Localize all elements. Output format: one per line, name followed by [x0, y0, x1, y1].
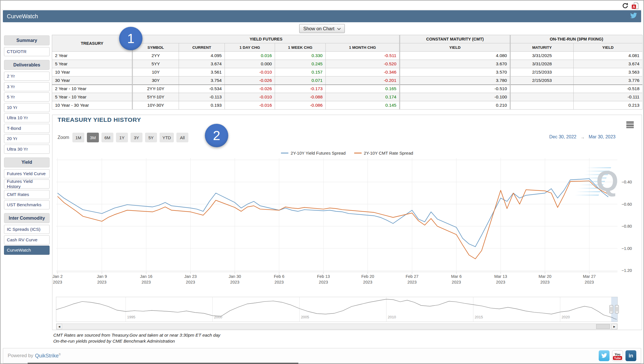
- cell-day-chg: -0.026: [225, 76, 275, 85]
- table-row: 10 Year10Y3.561-0.0100.157-0.3463.5702/1…: [52, 68, 643, 76]
- legend-item[interactable]: 2Y-10Y Yield Futures Spread: [281, 151, 346, 155]
- handle-grip[interactable]: [615, 305, 619, 313]
- zoom-button-3m[interactable]: 3M: [87, 133, 99, 142]
- sidebar-item-ultra-10-yr[interactable]: Ultra 10 Yr: [4, 113, 50, 122]
- treasury-quote-table: TREASURYYIELD FUTURESCONSTANT MATURITY (…: [52, 35, 643, 110]
- sidebar-item-20-yr[interactable]: 20 Yr: [4, 134, 50, 143]
- cell-month-chg: -0.520: [326, 60, 400, 68]
- group-header-3: CONSTANT MATURITY (CMT): [400, 35, 510, 43]
- sidebar-item-t-bond[interactable]: T-Bond: [4, 124, 50, 133]
- cell-otr-maturity: [510, 93, 574, 101]
- sidebar-section-header: Yield: [4, 157, 50, 167]
- quikstrike-link[interactable]: QuikStrike®: [35, 353, 61, 359]
- sidebar-item-futures-yield-history[interactable]: Futures Yield History: [4, 179, 50, 189]
- social-icons: YouTubein: [599, 350, 636, 361]
- scrollbar-left-arrow[interactable]: ◀: [56, 324, 62, 329]
- cell-otr-maturity: 3/31/2028: [510, 60, 574, 68]
- x-axis-label-year: 2023: [274, 280, 284, 284]
- cell-symbol: 5YY-10Y: [133, 93, 179, 101]
- sidebar-item-ctd-otr[interactable]: CTD/OTR: [4, 47, 50, 56]
- zoom-button-all[interactable]: All: [176, 133, 188, 142]
- cell-otr-yield: -0.111: [574, 93, 643, 101]
- x-axis-label: Feb 20: [361, 274, 374, 279]
- legend-item[interactable]: 2Y-10Y CMT Rate Spread: [354, 151, 413, 155]
- cmt-spread-line: [58, 181, 608, 259]
- cell-month-chg: -0.201: [326, 76, 400, 85]
- cell-week-chg: -0.173: [275, 85, 326, 93]
- cell-cmt-yield: 3.670: [400, 60, 510, 68]
- chevron-down-icon: [337, 26, 341, 31]
- group-header-2: YIELD FUTURES: [133, 35, 400, 43]
- sidebar-item-3-yr[interactable]: 3 Yr: [4, 82, 50, 91]
- zoom-button-5y[interactable]: 5Y: [145, 133, 157, 142]
- sidebar-item-2-yr[interactable]: 2 Yr: [4, 72, 50, 81]
- cell-otr-yield: 3.563: [574, 68, 643, 76]
- cell-symbol: 2YY-10Y: [133, 85, 179, 93]
- futures-spread-line: [58, 179, 608, 247]
- hamburger-menu-icon[interactable]: [626, 122, 634, 129]
- reload-icon[interactable]: [622, 2, 629, 10]
- navigator-strip[interactable]: 199520002005201020152020: [52, 296, 642, 323]
- x-axis-label: Mar 20: [539, 274, 551, 279]
- scrollbar-right-arrow[interactable]: ▶: [612, 324, 617, 329]
- legend-line-sample: [354, 153, 362, 153]
- sidebar-item-curvewatch[interactable]: CurveWatch: [4, 246, 50, 255]
- cell-otr-maturity: [510, 101, 574, 110]
- cell-otr-yield: 3.776: [574, 76, 643, 85]
- sidebar-item-10-yr[interactable]: 10 Yr: [4, 103, 50, 112]
- sidebar-item-5-yr[interactable]: 5 Yr: [4, 92, 50, 102]
- cell-symbol: 5YY: [133, 60, 179, 68]
- x-axis-label: Feb 13: [317, 274, 330, 279]
- linkedin-icon[interactable]: in: [625, 350, 636, 361]
- sidebar-item-ultra-30-yr[interactable]: Ultra 30 Yr: [4, 145, 50, 154]
- sidebar-nav: SummaryCTD/OTRDeliverables2 Yr3 Yr5 Yr10…: [4, 35, 50, 256]
- sidebar-section-header: Inter Commodity: [4, 213, 50, 223]
- y-axis-label: −0.80: [621, 224, 632, 228]
- range-to-value[interactable]: Mar 30, 2023: [589, 134, 616, 139]
- x-axis-label: Jan 2: [52, 274, 62, 279]
- table-row: 5 Year5YY3.6740.0000.245-0.5203.6703/31/…: [52, 60, 643, 68]
- sub-header-yield: YIELD: [574, 43, 643, 52]
- sidebar-section: YieldFutures Yield CurveFutures Yield Hi…: [4, 157, 50, 210]
- zoom-button-ytd[interactable]: YTD: [160, 133, 174, 142]
- x-axis-label-year: 2023: [363, 280, 372, 284]
- show-on-chart-button[interactable]: Show on Chart: [299, 24, 345, 33]
- zoom-button-1m[interactable]: 1M: [72, 133, 84, 142]
- y-axis-label: −1.00: [621, 246, 632, 251]
- navigator-frame: [56, 297, 617, 322]
- cell-current: 3.754: [179, 76, 225, 85]
- cell-otr-yield: 3.674: [574, 60, 643, 68]
- cell-current: -0.534: [179, 85, 225, 93]
- x-axis-label: Jan 30: [229, 274, 241, 279]
- zoom-button-6m[interactable]: 6M: [101, 133, 113, 142]
- twitter-icon[interactable]: [599, 350, 610, 361]
- x-axis-label-year: 2023: [230, 280, 239, 284]
- x-axis-label-year: 2023: [540, 280, 549, 284]
- handle-grip[interactable]: [610, 305, 613, 313]
- range-from-value[interactable]: Dec 30, 2022: [549, 134, 576, 139]
- cell-cmt-yield: -0.100: [400, 93, 510, 101]
- navigator-handle-left[interactable]: [610, 305, 613, 313]
- sidebar-item-cash-rv-curve[interactable]: Cash RV Curve: [4, 235, 50, 244]
- sidebar-item-ust-benchmarks[interactable]: UST Benchmarks: [4, 200, 50, 209]
- cell-current: 3.561: [179, 68, 225, 76]
- youtube-icon[interactable]: YouTube: [612, 350, 623, 361]
- cell-name: 2 Year: [52, 52, 133, 60]
- cell-day-chg: -0.010: [225, 68, 275, 76]
- scrollbar-thumb[interactable]: [596, 324, 610, 329]
- sidebar-item-cmt-rates[interactable]: CMT Rates: [4, 190, 50, 199]
- zoom-button-1y[interactable]: 1Y: [116, 133, 128, 142]
- chart-scrollbar[interactable]: ◀ ▶: [56, 323, 617, 329]
- cell-cmt-yield: 0.210: [400, 101, 510, 110]
- powered-by-bar: Powered by QuikStrike® YouTubein: [3, 348, 641, 363]
- bottom-black-strip: [28, 363, 298, 364]
- pdf-export-icon[interactable]: A: [631, 2, 639, 11]
- sidebar-item-ic-spreads-ics-[interactable]: IC Spreads (ICS): [4, 225, 50, 234]
- twitter-icon[interactable]: [630, 13, 637, 20]
- navigator-year-label: 1995: [127, 315, 135, 319]
- svg-text:A: A: [633, 5, 635, 9]
- footnotes: CMT Rates are sourced from Treasury.Gov …: [53, 332, 220, 344]
- zoom-button-3y[interactable]: 3Y: [131, 133, 142, 142]
- navigator-handle-right[interactable]: [615, 305, 619, 313]
- sidebar-item-futures-yield-curve[interactable]: Futures Yield Curve: [4, 169, 50, 178]
